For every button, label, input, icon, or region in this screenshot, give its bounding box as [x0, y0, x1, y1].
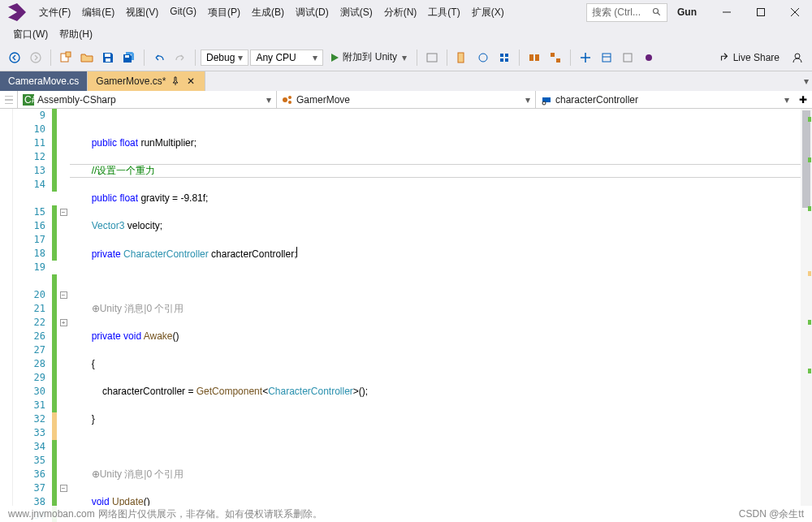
back-button[interactable] — [5, 48, 24, 67]
toolbar-icon-7[interactable] — [576, 48, 595, 67]
tab-cameramove[interactable]: CameraMove.cs — [0, 71, 88, 91]
tab-overflow-button[interactable]: ▾ — [804, 75, 809, 87]
menu-debug[interactable]: 调试(D) — [291, 2, 334, 23]
menu-row-2: 窗口(W) 帮助(H) — [0, 24, 812, 44]
svg-point-26 — [283, 97, 287, 102]
folding-strip[interactable]: − − + − — [57, 109, 70, 506]
toolbar-separator — [519, 50, 520, 66]
watermark-credit: CSDN @余生tt — [739, 507, 804, 521]
vertical-scrollbar[interactable] — [801, 109, 812, 506]
maximize-button[interactable] — [747, 2, 775, 22]
nav-class-dropdown[interactable]: GamerMove▾ — [277, 91, 536, 108]
toolbar-icon-2[interactable] — [452, 48, 472, 67]
svg-rect-16 — [529, 54, 533, 61]
toolbar-separator — [570, 50, 571, 66]
toolbar-separator — [195, 50, 196, 66]
save-all-button[interactable] — [119, 48, 139, 67]
tab-gamermove[interactable]: GamerMove.cs* ✕ — [88, 71, 205, 91]
document-tabs: CameraMove.cs GamerMove.cs* ✕ ▾ — [0, 71, 812, 91]
feedback-button[interactable] — [788, 48, 807, 67]
menu-view[interactable]: 视图(V) — [121, 2, 163, 23]
nav-split-button[interactable]: ✚ — [794, 91, 812, 108]
svg-point-30 — [542, 101, 546, 105]
svg-rect-21 — [624, 54, 632, 62]
save-button[interactable] — [98, 48, 118, 67]
svg-point-27 — [288, 96, 292, 99]
menu-git[interactable]: Git(G) — [165, 2, 201, 23]
fold-minus-icon[interactable]: − — [60, 485, 67, 492]
svg-rect-3 — [758, 9, 765, 16]
svg-text:C#: C# — [24, 94, 34, 106]
svg-point-0 — [654, 9, 659, 14]
close-button[interactable] — [781, 2, 809, 22]
toolbar-icon-6[interactable] — [546, 48, 565, 67]
svg-rect-13 — [427, 54, 437, 62]
toolbar-icon-9[interactable] — [618, 48, 637, 67]
menu-edit[interactable]: 编辑(E) — [77, 2, 119, 23]
code-text-area[interactable]: public float runMultiplier; //设置一个重力 pub… — [70, 109, 812, 506]
class-icon — [282, 94, 293, 106]
svg-rect-9 — [66, 52, 71, 57]
menu-file[interactable]: 文件(F) — [34, 2, 76, 23]
unity-message-icon: ⊕ — [92, 468, 100, 480]
toolbar-icon-10[interactable] — [639, 48, 659, 67]
menu-extensions[interactable]: 扩展(X) — [467, 2, 509, 23]
toolbar-icon-1[interactable] — [422, 48, 442, 67]
svg-point-7 — [31, 53, 41, 63]
nav-project-dropdown[interactable]: C# Assembly-CSharp▾ — [18, 91, 277, 108]
live-share-button[interactable]: Live Share — [712, 50, 786, 65]
footer-watermark: www.jnvmoban.com 网络图片仅供展示，非存储。如有侵权请联系删除。… — [0, 506, 812, 522]
visual-studio-logo-icon — [8, 3, 26, 21]
toolbar-separator — [50, 50, 51, 66]
svg-point-22 — [646, 54, 652, 61]
svg-rect-18 — [551, 53, 555, 57]
solution-name: Gun — [671, 3, 703, 21]
minimize-button[interactable] — [713, 2, 741, 22]
main-toolbar: Debug▾ Any CPU▾ 附加到 Unity▾ Live Share — [0, 44, 812, 71]
nav-toggle-button[interactable] — [0, 91, 18, 108]
menu-help[interactable]: 帮助(H) — [54, 24, 97, 45]
menu-project[interactable]: 项目(P) — [203, 2, 245, 23]
svg-rect-19 — [556, 58, 560, 63]
breakpoint-margin[interactable] — [0, 109, 13, 506]
unity-message-icon: ⊕ — [92, 303, 100, 314]
main-menu: 文件(F) 编辑(E) 视图(V) Git(G) 项目(P) 生成(B) 调试(… — [34, 2, 509, 23]
code-editor[interactable]: 910 1112 1314 15 1617 1819 20 2122 2627 … — [0, 109, 812, 506]
line-number-gutter: 910 1112 1314 15 1617 1819 20 2122 2627 … — [13, 109, 52, 506]
platform-dropdown[interactable]: Any CPU▾ — [250, 50, 323, 66]
menu-window[interactable]: 窗口(W) — [8, 24, 53, 45]
svg-point-23 — [795, 54, 800, 58]
pin-icon[interactable] — [171, 76, 180, 86]
open-file-button[interactable] — [77, 48, 97, 67]
toolbar-icon-8[interactable] — [597, 48, 616, 67]
svg-point-6 — [10, 53, 19, 63]
svg-line-1 — [658, 13, 660, 15]
nav-member-dropdown[interactable]: characterController▾ — [536, 91, 794, 108]
navigation-bar: C# Assembly-CSharp▾ GamerMove▾ character… — [0, 91, 812, 109]
forward-button[interactable] — [26, 48, 45, 67]
fold-minus-icon[interactable]: − — [60, 291, 67, 299]
csharp-project-icon: C# — [23, 94, 34, 106]
fold-minus-icon[interactable]: − — [60, 209, 67, 216]
new-project-button[interactable] — [56, 48, 76, 67]
svg-rect-10 — [105, 54, 110, 57]
toolbar-separator — [417, 50, 417, 66]
svg-rect-17 — [535, 54, 539, 61]
menu-analyze[interactable]: 分析(N) — [379, 2, 422, 23]
undo-button[interactable] — [149, 48, 169, 67]
menu-build[interactable]: 生成(B) — [247, 2, 289, 23]
redo-button[interactable] — [171, 48, 190, 67]
svg-rect-11 — [106, 58, 110, 62]
svg-rect-12 — [125, 55, 129, 58]
menu-test[interactable]: 测试(S) — [335, 2, 378, 23]
config-dropdown[interactable]: Debug▾ — [201, 50, 248, 66]
toolbar-icon-3[interactable] — [473, 48, 493, 67]
toolbar-separator — [447, 50, 447, 66]
search-input[interactable]: 搜索 (Ctrl... — [586, 3, 667, 22]
toolbar-icon-5[interactable] — [525, 48, 544, 67]
menu-tools[interactable]: 工具(T) — [423, 2, 464, 23]
fold-plus-icon[interactable]: + — [60, 319, 67, 326]
run-button[interactable]: 附加到 Unity▾ — [325, 49, 412, 66]
toolbar-icon-4[interactable] — [495, 48, 514, 67]
close-tab-button[interactable]: ✕ — [185, 75, 197, 87]
